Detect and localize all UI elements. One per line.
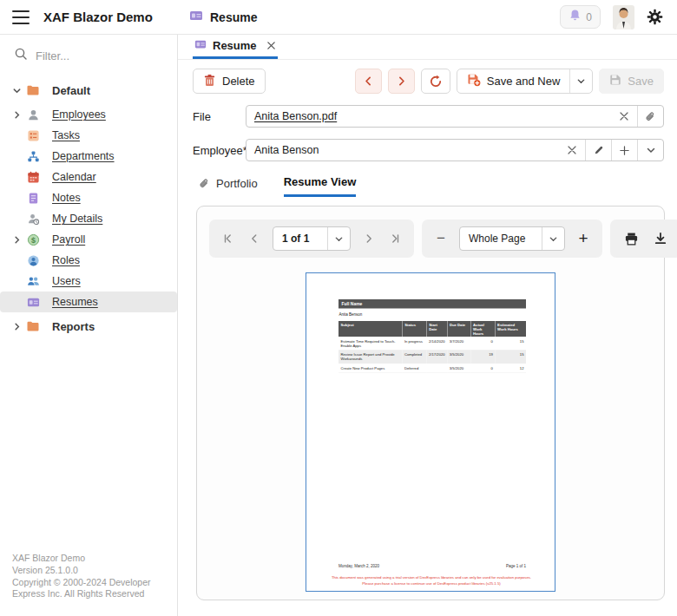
sidebar-item-default[interactable]: Default bbox=[0, 78, 177, 102]
employee-field-row: Employee* Anita Benson bbox=[193, 139, 664, 161]
cell-due-date: 3/5/2020 bbox=[447, 364, 470, 373]
sidebar-item-reports[interactable]: Reports bbox=[0, 314, 177, 338]
folder-icon bbox=[26, 83, 40, 97]
sidebar-item-label: Notes bbox=[52, 192, 81, 204]
download-button[interactable] bbox=[651, 232, 670, 246]
refresh-icon bbox=[429, 75, 443, 88]
file-field[interactable]: Anita Benson.pdf bbox=[246, 105, 664, 128]
pdf-col-header: Start Date bbox=[427, 321, 448, 337]
sidebar-item-departments[interactable]: Departments bbox=[0, 146, 177, 167]
pdf-task-table: Subject Status Start Date Due Date Actua… bbox=[338, 321, 526, 373]
file-clear-button[interactable] bbox=[611, 106, 637, 127]
app-header: XAF Blazor Demo Resume 0 bbox=[0, 0, 677, 35]
cell-actual-hours: 0 bbox=[470, 337, 495, 350]
sidebar-item-users[interactable]: Users bbox=[0, 271, 177, 292]
save-and-new-label: Save and New bbox=[487, 75, 561, 88]
first-page-button[interactable] bbox=[220, 233, 236, 245]
delete-button[interactable]: Delete bbox=[193, 69, 266, 94]
print-button[interactable] bbox=[621, 232, 641, 246]
sidebar-nav: Default Employees Tasks Departments bbox=[0, 78, 177, 338]
sidebar-item-label: Reports bbox=[52, 320, 95, 333]
save-and-new-dropdown[interactable] bbox=[569, 69, 592, 93]
employee-edit-button[interactable] bbox=[585, 140, 611, 161]
notes-icon bbox=[26, 192, 40, 205]
sidebar-item-calendar[interactable]: Calendar bbox=[0, 167, 177, 187]
cell-estimated-hours: 15 bbox=[495, 337, 526, 350]
sidebar-item-my-details[interactable]: My Details bbox=[0, 208, 177, 229]
employee-field-label: Employee* bbox=[193, 144, 246, 157]
employee-dropdown-button[interactable] bbox=[637, 140, 663, 161]
filter-input[interactable] bbox=[36, 49, 148, 62]
previous-record-button[interactable] bbox=[355, 69, 382, 94]
settings-gear-icon[interactable] bbox=[647, 9, 663, 25]
save-button[interactable]: Save bbox=[599, 69, 664, 94]
zoom-select[interactable]: Whole Page bbox=[459, 226, 565, 251]
chevron-right-icon[interactable] bbox=[9, 322, 24, 331]
page-select-value: 1 of 1 bbox=[273, 227, 318, 250]
employee-add-button[interactable] bbox=[611, 140, 637, 161]
chevron-down-icon[interactable] bbox=[9, 86, 24, 95]
paperclip-icon bbox=[199, 178, 210, 189]
chevron-right-icon[interactable] bbox=[9, 110, 24, 120]
cell-subject: Create New Product Pages bbox=[338, 364, 402, 373]
file-value-link[interactable]: Anita Benson.pdf bbox=[246, 110, 611, 122]
save-and-new-button[interactable]: Save and New bbox=[457, 69, 570, 93]
save-label: Save bbox=[628, 75, 654, 88]
disclaimer-line-1: This document was generated using a tria… bbox=[306, 575, 555, 581]
pdf-footer-page-number: Page 1 of 1 bbox=[506, 564, 526, 568]
next-record-button[interactable] bbox=[388, 69, 415, 94]
sidebar-item-employees[interactable]: Employees bbox=[0, 104, 177, 125]
save-icon bbox=[609, 74, 621, 88]
resumes-icon bbox=[26, 296, 40, 309]
file-attach-button[interactable] bbox=[637, 106, 663, 127]
pdf-col-header: Estimated Work Hours bbox=[495, 321, 526, 337]
cell-actual-hours: 19 bbox=[470, 350, 495, 364]
header-actions: 0 bbox=[560, 5, 677, 29]
sidebar-filter bbox=[14, 45, 177, 66]
next-page-button[interactable] bbox=[361, 233, 377, 245]
cell-actual-hours: 0 bbox=[470, 364, 495, 373]
page-select[interactable]: 1 of 1 bbox=[273, 226, 351, 251]
notifications-count: 0 bbox=[586, 11, 592, 23]
tab-resume-view[interactable]: Resume View bbox=[284, 175, 357, 197]
sidebar-item-notes[interactable]: Notes bbox=[0, 187, 177, 208]
sidebar-item-roles[interactable]: Roles bbox=[0, 250, 177, 271]
tab-portfolio[interactable]: Portfolio bbox=[199, 175, 258, 197]
viewer-canvas: Full Name Anita Benson Subject Status St… bbox=[197, 272, 664, 592]
pdf-footer-date: Monday, March 2, 2020 bbox=[338, 564, 379, 568]
pdf-viewer: 1 of 1 − Whole Page + bbox=[196, 206, 665, 600]
sidebar-item-label: Departments bbox=[52, 150, 115, 162]
main-content: Resume Delete bbox=[178, 35, 677, 616]
footer-app-name: XAF Blazor Demo bbox=[12, 553, 168, 565]
sidebar-item-label: Roles bbox=[52, 254, 80, 266]
refresh-button[interactable] bbox=[421, 69, 450, 94]
employee-field[interactable]: Anita Benson bbox=[246, 139, 664, 161]
employee-clear-button[interactable] bbox=[559, 140, 585, 161]
tab-resume[interactable]: Resume bbox=[193, 35, 278, 59]
user-avatar[interactable] bbox=[613, 5, 634, 29]
cell-start-date: 2/17/2020 bbox=[427, 350, 448, 364]
sidebar-item-label: Users bbox=[52, 275, 81, 287]
zoom-in-button[interactable]: + bbox=[575, 229, 591, 248]
table-row: Create New Product Pages Deferred 3/5/20… bbox=[338, 364, 526, 373]
close-icon bbox=[567, 145, 577, 155]
employee-value[interactable]: Anita Benson bbox=[246, 144, 559, 156]
pdf-page[interactable]: Full Name Anita Benson Subject Status St… bbox=[306, 272, 555, 592]
cell-start-date bbox=[427, 364, 448, 373]
sidebar-item-label: Calendar bbox=[52, 171, 96, 183]
notifications-button[interactable]: 0 bbox=[560, 5, 601, 29]
chevron-right-icon[interactable] bbox=[9, 235, 24, 245]
last-page-button[interactable] bbox=[387, 233, 403, 245]
hamburger-menu-icon[interactable] bbox=[12, 10, 30, 24]
close-icon[interactable] bbox=[266, 41, 276, 50]
zoom-out-button[interactable]: − bbox=[433, 230, 449, 247]
prev-page-button[interactable] bbox=[246, 233, 262, 245]
cell-status: Completed bbox=[402, 350, 426, 364]
sidebar-item-payroll[interactable]: $ Payroll bbox=[0, 229, 177, 250]
sidebar-item-label: Resumes bbox=[52, 296, 98, 308]
cell-estimated-hours: 15 bbox=[495, 350, 526, 364]
sidebar-item-resumes[interactable]: Resumes bbox=[0, 292, 177, 312]
svg-text:$: $ bbox=[31, 235, 36, 244]
pdf-fullname-header: Full Name bbox=[338, 299, 526, 309]
sidebar-item-tasks[interactable]: Tasks bbox=[0, 125, 177, 146]
